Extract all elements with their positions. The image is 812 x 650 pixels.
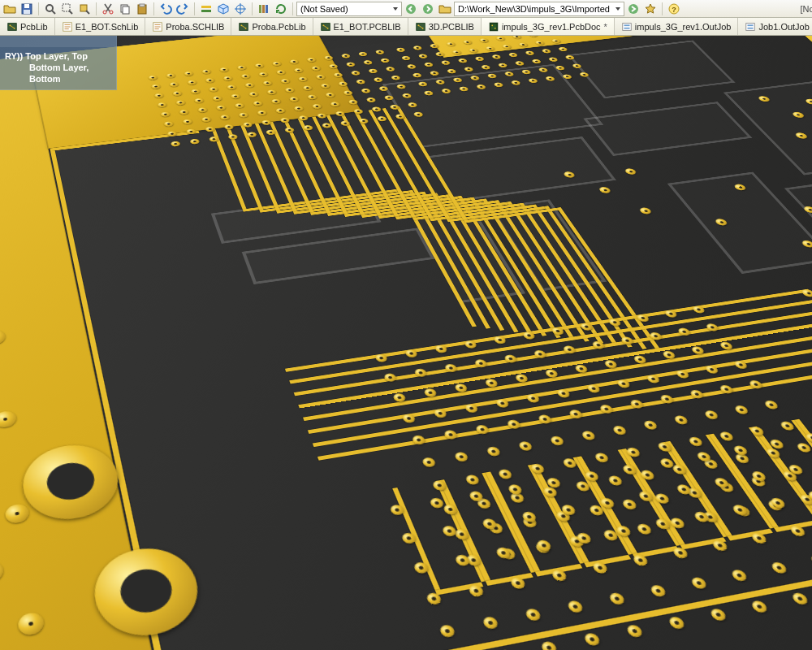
paste-button[interactable] [134,2,150,16]
overlay-header [0,36,116,47]
copy-icon [119,2,132,15]
view-3d-button[interactable] [215,2,231,16]
tab-proba-pcblib[interactable]: Proba.PcbLib [231,18,313,35]
zoom-fit-button[interactable] [42,2,58,16]
tab-job1-outjob[interactable]: Job1.OutJob* [738,18,812,35]
explorer-button[interactable] [437,2,453,16]
view-2d-button[interactable] [198,2,214,16]
pcb-board-stage [0,36,812,650]
nav-back-button[interactable] [403,2,419,16]
favorites-button[interactable] [642,2,659,16]
browse-library-button[interactable] [256,2,272,16]
svg-rect-53 [490,24,496,29]
svg-rect-7 [80,5,87,11]
toolbar-separator [96,2,97,15]
tab-label: PcbLib [20,22,48,32]
svg-rect-61 [748,27,754,28]
tab-label: Proba.SCHLIB [166,22,224,32]
nav-fwd-button[interactable] [420,2,436,16]
tab-impuls_3g_rev1-pcbdoc[interactable]: impuls_3G_rev1.PcbDoc* [482,18,615,35]
zoom-area-icon [61,2,74,15]
zoom-area-button[interactable] [59,2,76,16]
svg-rect-14 [140,4,145,6]
path-dropdown[interactable]: D:\Work_New\3D\impuls_3G\Imported [454,2,624,16]
toolbar-separator [252,2,253,15]
save-icon [20,2,33,15]
svg-rect-1 [24,4,29,8]
refresh-icon [274,2,287,15]
open-file-button[interactable] [2,2,18,16]
svg-rect-12 [123,6,129,14]
toolbar-separator [38,2,39,15]
tab-proba-schlib[interactable]: Proba.SCHLIB [145,18,231,35]
save-button[interactable] [19,2,35,16]
svg-rect-59 [746,23,755,30]
svg-text:?: ? [672,6,676,14]
layers-icon [200,2,213,15]
svg-rect-2 [24,10,30,14]
cut-button[interactable] [100,2,116,16]
svg-point-3 [46,5,53,11]
schlib-icon [152,21,163,32]
tab-e1_bot-pcblib[interactable]: E1_BOT.PCBLIB [313,18,408,35]
redo-button[interactable] [175,2,191,16]
svg-point-10 [110,11,113,14]
truncated-indicator: [No [802,0,812,18]
library-icon [257,2,270,15]
cut-icon [102,2,114,15]
nav-go-icon [627,2,640,15]
overlay-line1: RY)) Top Layer, Top [5,50,111,62]
svg-rect-57 [624,24,629,26]
cross-probe-icon [234,2,247,15]
svg-line-8 [86,11,89,14]
copy-button[interactable] [117,2,133,16]
refresh-button[interactable] [273,2,289,16]
overlay-line2: Bottom Layer, Bottom [5,62,111,84]
svg-rect-21 [262,5,265,13]
svg-point-25 [628,4,638,14]
tab-3d-pcblib[interactable]: 3D.PCBLIB [408,18,482,35]
tab-pcblib[interactable]: PcbLib [0,18,55,35]
tab-label: impuls_3G_rev1.OutJob [635,22,732,32]
svg-point-55 [495,27,496,28]
zoom-fit-icon [44,2,57,15]
tab-label: E1_BOT.PCBLIB [334,22,401,32]
main-toolbar: (Not Saved) D:\Work_New\3D\impuls_3G\Imp… [0,0,812,18]
tab-label: impuls_3G_rev1.PcbDoc [502,22,601,32]
svg-rect-15 [201,6,211,8]
toolbar-separator [292,2,293,15]
svg-rect-22 [266,5,268,13]
cross-probe-button[interactable] [232,2,248,16]
path-label: D:\Work_New\3D\impuls_3G\Imported [458,4,610,14]
tab-label: Proba.PcbLib [252,22,305,32]
dirty-indicator: * [604,22,607,32]
help-icon: ? [667,2,680,15]
pcblib-icon [238,21,249,32]
tab-label: 3D.PCBLIB [429,22,474,32]
save-state-dropdown[interactable]: (Not Saved) [296,2,402,16]
schlib-icon [62,21,73,32]
document-tabbar: PcbLibE1_BOT.SchLibProba.SCHLIBProba.Pcb… [0,18,812,36]
folder-icon [438,2,451,15]
tab-label: Job1.OutJob [758,22,809,32]
svg-rect-56 [623,23,632,30]
svg-line-4 [52,11,55,14]
nav-fwd-icon [421,2,434,15]
cube-icon [217,2,230,15]
svg-rect-58 [624,27,629,28]
zoom-selected-button[interactable] [76,2,93,16]
help-button[interactable]: ? [666,2,682,16]
tab-label: E1_BOT.SchLib [76,22,139,32]
svg-point-9 [103,11,106,14]
tab-impuls_3g_rev1-outjob[interactable]: impuls_3G_rev1.OutJob [615,18,739,35]
paste-icon [136,2,149,15]
tab-e1_bot-schlib[interactable]: E1_BOT.SchLib [55,18,146,35]
save-state-label: (Not Saved) [300,4,348,14]
svg-point-23 [406,4,416,14]
redo-icon [176,2,189,15]
svg-rect-20 [259,5,261,13]
undo-icon [159,2,172,15]
pcb-3d-viewport[interactable] [0,36,812,650]
nav-home-button[interactable] [625,2,641,16]
undo-button[interactable] [158,2,174,16]
